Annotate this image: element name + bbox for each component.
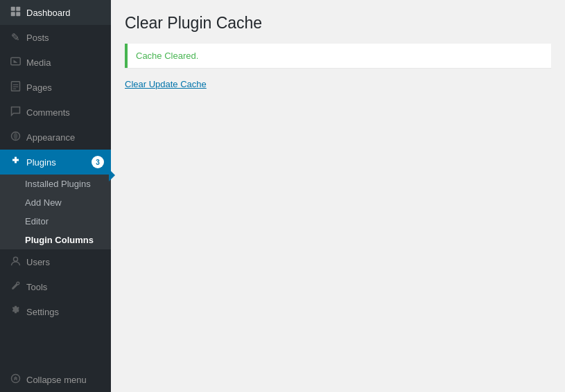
page-title: Clear Plugin Cache xyxy=(125,14,551,33)
submenu-editor[interactable]: Editor xyxy=(0,212,111,231)
main-content: Clear Plugin Cache Cache Cleared. Clear … xyxy=(111,0,565,392)
sidebar-item-media[interactable]: Media xyxy=(0,50,111,75)
submenu-installed-plugins[interactable]: Installed Plugins xyxy=(0,175,111,193)
notice-box: Cache Cleared. xyxy=(125,44,551,68)
sidebar-item-label: Tools xyxy=(26,282,104,292)
svg-point-10 xyxy=(13,257,17,261)
sidebar-item-appearance[interactable]: Appearance xyxy=(0,125,111,150)
sidebar-item-label: Plugins xyxy=(26,157,88,168)
posts-icon: ✎ xyxy=(8,31,22,44)
users-icon xyxy=(8,256,22,268)
settings-icon xyxy=(8,305,22,318)
sidebar-item-label: Posts xyxy=(26,33,104,43)
sidebar-item-pages[interactable]: Pages xyxy=(0,75,111,100)
plugins-icon xyxy=(8,156,22,168)
sidebar: Dashboard ✎ Posts Media Pages Comment xyxy=(0,0,111,392)
pages-icon xyxy=(8,81,22,93)
plugins-submenu: Installed Plugins Add New Editor Plugin … xyxy=(0,175,111,249)
sidebar-item-comments[interactable]: Comments xyxy=(0,100,111,125)
sidebar-item-dashboard[interactable]: Dashboard xyxy=(0,0,111,25)
sidebar-item-label: Pages xyxy=(26,82,104,93)
sidebar-item-label: Users xyxy=(26,257,104,267)
media-icon xyxy=(8,56,22,69)
svg-rect-5 xyxy=(11,82,19,91)
tools-icon xyxy=(8,280,22,293)
plugins-badge: 3 xyxy=(92,156,104,168)
svg-rect-2 xyxy=(10,12,15,16)
sidebar-item-plugins[interactable]: Plugins 3 xyxy=(0,150,111,175)
comments-icon xyxy=(8,106,22,118)
submenu-add-new[interactable]: Add New xyxy=(0,193,111,212)
dashboard-icon xyxy=(8,6,22,19)
collapse-icon xyxy=(8,373,22,386)
submenu-plugin-columns[interactable]: Plugin Columns xyxy=(0,231,111,249)
sidebar-item-settings[interactable]: Settings xyxy=(0,299,111,324)
sidebar-item-users[interactable]: Users xyxy=(0,249,111,274)
svg-rect-0 xyxy=(10,7,15,11)
sidebar-item-label: Dashboard xyxy=(26,8,104,18)
sidebar-item-label: Appearance xyxy=(26,132,104,143)
sidebar-item-tools[interactable]: Tools xyxy=(0,274,111,299)
appearance-icon xyxy=(8,131,22,143)
collapse-menu-button[interactable]: Collapse menu xyxy=(0,367,111,392)
sidebar-item-label: Media xyxy=(26,57,104,68)
svg-rect-1 xyxy=(16,7,20,11)
clear-update-cache-link[interactable]: Clear Update Cache xyxy=(125,79,207,89)
collapse-menu-label: Collapse menu xyxy=(26,375,87,385)
svg-rect-3 xyxy=(16,12,20,16)
sidebar-item-label: Settings xyxy=(26,307,104,317)
sidebar-item-label: Comments xyxy=(26,107,104,118)
sidebar-item-posts[interactable]: ✎ Posts xyxy=(0,25,111,50)
notice-text: Cache Cleared. xyxy=(136,51,543,61)
sidebar-active-arrow xyxy=(109,169,115,181)
